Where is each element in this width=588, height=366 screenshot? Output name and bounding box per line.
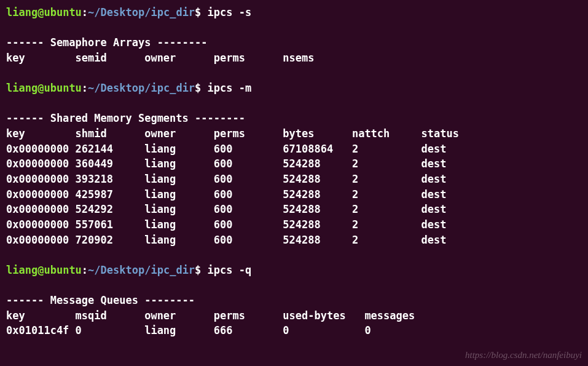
command-text-1: ipcs -s — [208, 6, 252, 18]
shm-header: key shmid owner perms bytes nattch statu… — [6, 126, 582, 141]
prompt-host: ubuntu — [44, 6, 81, 18]
at-sign: @ — [37, 264, 44, 276]
prompt-line-1[interactable]: liang@ubuntu:~/Desktop/ipc_dir$ ipcs -s — [6, 5, 582, 20]
command-2 — [201, 82, 207, 94]
msg-title: ------ Message Queues -------- — [6, 293, 582, 308]
shm-row: 0x00000000 393218 liang 600 524288 2 des… — [6, 172, 582, 187]
prompt-path: ~/Desktop/ipc_dir — [88, 6, 195, 18]
prompt-host: ubuntu — [44, 264, 81, 276]
prompt-line-3[interactable]: liang@ubuntu:~/Desktop/ipc_dir$ ipcs -q — [6, 263, 582, 278]
prompt-path: ~/Desktop/ipc_dir — [88, 82, 195, 94]
colon: : — [82, 82, 88, 94]
msg-row: 0x01011c4f 0 liang 666 0 0 — [6, 323, 582, 338]
colon: : — [82, 264, 88, 276]
prompt-line-2[interactable]: liang@ubuntu:~/Desktop/ipc_dir$ ipcs -m — [6, 81, 582, 96]
colon: : — [82, 6, 88, 18]
shm-row: 0x00000000 720902 liang 600 524288 2 des… — [6, 233, 582, 248]
blank-line — [6, 278, 582, 293]
prompt-user: liang — [6, 264, 37, 276]
command-text-3: ipcs -q — [208, 264, 252, 276]
blank-line — [6, 20, 582, 36]
shm-row: 0x00000000 425987 liang 600 524288 2 des… — [6, 187, 582, 202]
prompt-user: liang — [6, 82, 37, 94]
command-3 — [201, 264, 207, 276]
blank-line — [6, 247, 582, 263]
at-sign: @ — [37, 82, 44, 94]
shm-row: 0x00000000 524292 liang 600 524288 2 des… — [6, 202, 582, 217]
prompt-user: liang — [6, 6, 37, 18]
blank-line — [6, 96, 582, 111]
shm-row: 0x00000000 557061 liang 600 524288 2 des… — [6, 217, 582, 233]
msg-header: key msqid owner perms used-bytes message… — [6, 308, 582, 324]
blank-line — [6, 66, 582, 81]
shm-title: ------ Shared Memory Segments -------- — [6, 111, 582, 126]
at-sign: @ — [37, 6, 44, 18]
shm-row: 0x00000000 360449 liang 600 524288 2 des… — [6, 156, 582, 172]
shm-row: 0x00000000 262144 liang 600 67108864 2 d… — [6, 141, 582, 157]
prompt-path: ~/Desktop/ipc_dir — [88, 264, 195, 276]
command-text-2: ipcs -m — [208, 82, 252, 94]
dollar: $ — [195, 264, 201, 276]
prompt-host: ubuntu — [44, 82, 81, 94]
semaphore-header: key semid owner perms nsems — [6, 50, 582, 66]
dollar: $ — [195, 82, 201, 94]
semaphore-title: ------ Semaphore Arrays -------- — [6, 35, 582, 50]
watermark: https://blog.csdn.net/nanfeibuyi — [465, 349, 582, 362]
dollar: $ — [195, 6, 201, 18]
command-1 — [201, 6, 207, 18]
